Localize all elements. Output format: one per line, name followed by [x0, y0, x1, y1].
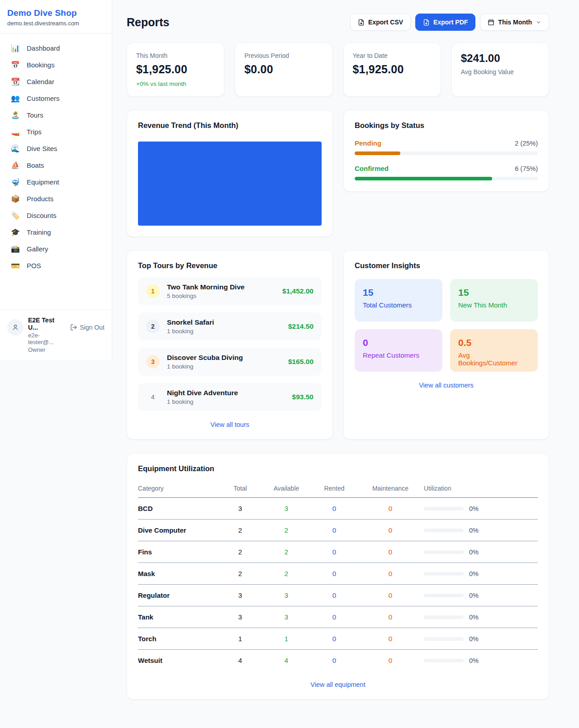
export-csv-button[interactable]: Export CSV — [350, 14, 411, 31]
utilization-percent: 0% — [469, 635, 479, 643]
table-row: Regulator 3 3 0 0 0% — [138, 585, 538, 606]
status-label: Confirmed — [355, 165, 389, 172]
utilization-percent: 0% — [469, 570, 479, 577]
user-email: e2e-tester@... — [28, 332, 66, 345]
insight-tiles: 15 Total Customers 15 New This Month 0 R… — [355, 279, 538, 372]
rank-badge: 4 — [146, 390, 160, 404]
column-header-utilization: Utilization — [424, 480, 538, 498]
status-progress-fill — [355, 177, 492, 180]
equipment-utilization-title: Equipment Utilization — [138, 464, 538, 473]
tour-name: Snorkel Safari — [167, 318, 281, 326]
sidebar-item-boats[interactable]: ⛵ Boats — [0, 157, 112, 174]
cell-total: 4 — [219, 650, 261, 671]
sidebar-item-training[interactable]: 🎓 Training — [0, 224, 112, 241]
cell-rented: 0 — [312, 563, 357, 585]
table-row: Fins 2 2 0 0 0% — [138, 541, 538, 563]
charts-row: Revenue Trend (This Month) Bookings by S… — [127, 110, 549, 237]
island-icon: 🏝️ — [11, 112, 20, 119]
cell-available: 1 — [261, 628, 312, 650]
insights-row: Top Tours by Revenue 1 Two Tank Morning … — [127, 250, 549, 440]
stat-label: Avg Booking Value — [461, 68, 540, 76]
sidebar-item-dive-sites[interactable]: 🌊 Dive Sites — [0, 140, 112, 157]
tour-row[interactable]: 4 Night Dive Adventure 1 booking $93.50 — [138, 383, 322, 411]
sidebar-item-equipment[interactable]: 🤿 Equipment — [0, 174, 112, 190]
tour-row[interactable]: 2 Snorkel Safari 1 booking $214.50 — [138, 312, 322, 340]
sidebar-item-label: Bookings — [27, 61, 55, 69]
cell-utilization: 0% — [424, 520, 538, 541]
status-progress-fill — [355, 151, 400, 155]
cell-total: 3 — [219, 498, 261, 520]
tile-avg-bookings-customer: 0.5 Avg Bookings/Customer — [450, 329, 538, 372]
column-header-total: Total — [219, 480, 261, 498]
period-label: This Month — [498, 19, 532, 26]
table-row: Tank 3 3 0 0 0% — [138, 606, 538, 628]
file-download-icon — [358, 19, 365, 26]
cell-rented: 0 — [312, 541, 357, 563]
cell-available: 3 — [261, 498, 312, 520]
export-pdf-button[interactable]: Export PDF — [415, 14, 475, 31]
cell-rented: 0 — [312, 498, 357, 520]
sidebar-item-products[interactable]: 📦 Products — [0, 190, 112, 207]
utilization-percent: 0% — [469, 614, 479, 621]
sidebar-item-gallery[interactable]: 📸 Gallery — [0, 241, 112, 257]
sidebar-item-calendar[interactable]: 📆 Calendar — [0, 73, 112, 90]
credit-card-icon: 💳 — [11, 262, 20, 269]
rank-badge: 3 — [146, 355, 160, 369]
sidebar-item-bookings[interactable]: 📅 Bookings — [0, 57, 112, 73]
tour-row[interactable]: 3 Discover Scuba Diving 1 booking $165.0… — [138, 348, 322, 376]
sidebar-item-label: Discounts — [27, 212, 57, 219]
stat-label: Previous Period — [244, 52, 323, 59]
equipment-utilization-card: Equipment Utilization Category Total Ava… — [127, 453, 549, 700]
cell-total: 2 — [219, 520, 261, 541]
sidebar: Demo Dive Shop demo.test.divestreams.com… — [0, 0, 112, 360]
column-header-category: Category — [138, 480, 219, 498]
view-all-equipment-link[interactable]: View all equipment — [138, 681, 538, 688]
tour-bookings: 1 booking — [167, 328, 281, 335]
cell-maintenance: 0 — [357, 541, 424, 563]
cell-utilization: 0% — [424, 563, 538, 585]
cell-utilization: 0% — [424, 606, 538, 628]
tile-value: 0.5 — [458, 337, 530, 348]
cell-maintenance: 0 — [357, 628, 424, 650]
tour-revenue: $165.00 — [288, 358, 313, 366]
calendar-date-icon: 📅 — [11, 61, 20, 69]
cell-maintenance: 0 — [357, 606, 424, 628]
period-dropdown[interactable]: This Month — [480, 14, 549, 31]
cell-utilization: 0% — [424, 541, 538, 563]
stat-value: $1,925.00 — [136, 63, 215, 76]
sign-out-button[interactable]: Sign Out — [70, 324, 104, 331]
tile-label: New This Month — [458, 301, 530, 309]
sidebar-item-tours[interactable]: 🏝️ Tours — [0, 107, 112, 123]
tour-bookings: 5 bookings — [167, 293, 275, 299]
tour-row[interactable]: 1 Two Tank Morning Dive 5 bookings $1,45… — [138, 277, 322, 305]
utilization-percent: 0% — [469, 592, 479, 599]
sidebar-item-label: Tours — [27, 111, 43, 119]
utilization-percent: 0% — [469, 548, 479, 556]
main-content: Reports Export CSV Export PDF — [112, 0, 579, 719]
tour-name: Night Dive Adventure — [167, 389, 285, 397]
utilization-track — [424, 594, 464, 597]
utilization-track — [424, 659, 464, 662]
utilization-track — [424, 507, 464, 511]
sidebar-item-trips[interactable]: 🚤 Trips — [0, 123, 112, 140]
cell-category: Tank — [138, 606, 219, 628]
camera-icon: 📸 — [11, 246, 20, 253]
sidebar-item-discounts[interactable]: 🏷️ Discounts — [0, 207, 112, 224]
cell-rented: 0 — [312, 628, 357, 650]
sidebar-item-customers[interactable]: 👥 Customers — [0, 90, 112, 107]
cell-total: 1 — [219, 628, 261, 650]
bookings-by-status-card: Bookings by Status Pending 2 (25%) Confi… — [343, 110, 549, 192]
view-all-tours-link[interactable]: View all tours — [138, 421, 322, 428]
view-all-customers-link[interactable]: View all customers — [355, 382, 538, 389]
rank-badge: 2 — [146, 320, 160, 333]
sidebar-item-label: Training — [27, 228, 51, 236]
sidebar-item-label: Dashboard — [27, 44, 60, 52]
page-header: Reports Export CSV Export PDF — [127, 14, 549, 31]
cell-utilization: 0% — [424, 650, 538, 671]
cell-category: BCD — [138, 498, 219, 520]
sidebar-item-dashboard[interactable]: 📊 Dashboard — [0, 40, 112, 57]
sidebar-item-pos[interactable]: 💳 POS — [0, 257, 112, 274]
cell-category: Wetsuit — [138, 650, 219, 671]
export-csv-label: Export CSV — [368, 19, 403, 26]
stat-value: $0.00 — [244, 63, 323, 76]
